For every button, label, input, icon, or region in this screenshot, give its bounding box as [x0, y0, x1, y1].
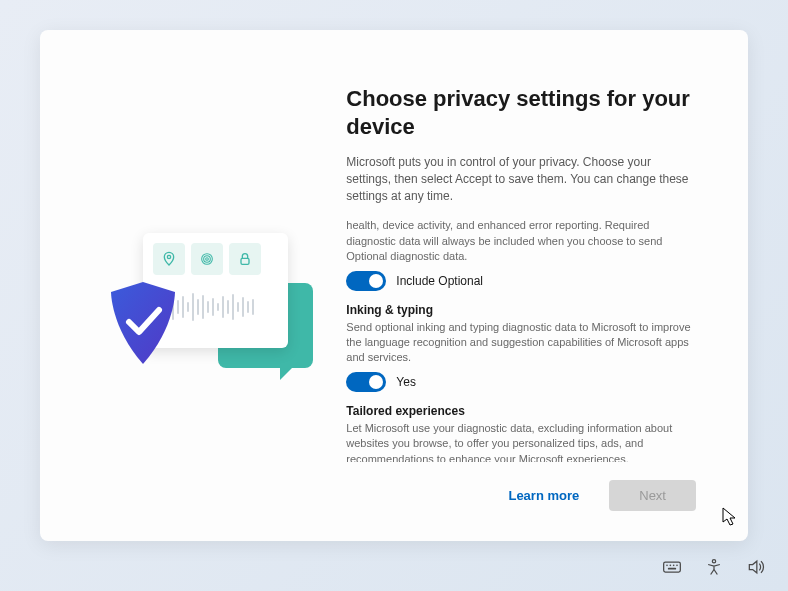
illustration-column — [70, 85, 346, 511]
next-button[interactable]: Next — [609, 480, 696, 511]
inking-typing-section: Inking & typing Send optional inking and… — [346, 303, 698, 392]
footer-actions: Learn more Next — [346, 480, 698, 511]
tailored-experiences-desc: Let Microsoft use your diagnostic data, … — [346, 421, 698, 462]
svg-rect-5 — [664, 562, 681, 572]
shield-checkmark-icon — [103, 278, 183, 368]
diagnostic-data-desc-partial: health, device activity, and enhanced er… — [346, 218, 698, 264]
settings-scroll-area[interactable]: health, device activity, and enhanced er… — [346, 218, 698, 462]
keyboard-icon[interactable] — [662, 557, 682, 577]
volume-icon[interactable] — [746, 557, 766, 577]
svg-point-3 — [206, 258, 209, 261]
page-subtitle: Microsoft puts you in control of your pr… — [346, 154, 698, 204]
accessibility-icon[interactable] — [704, 557, 724, 577]
location-pin-icon — [153, 243, 185, 275]
content-column: Choose privacy settings for your device … — [346, 85, 698, 511]
lock-icon — [229, 243, 261, 275]
inking-typing-toggle[interactable] — [346, 372, 386, 392]
fingerprint-icon — [191, 243, 223, 275]
inking-typing-title: Inking & typing — [346, 303, 698, 317]
system-tray — [662, 557, 766, 577]
tailored-experiences-title: Tailored experiences — [346, 404, 698, 418]
svg-point-0 — [167, 255, 170, 258]
inking-typing-desc: Send optional inking and typing diagnost… — [346, 320, 698, 366]
learn-more-link[interactable]: Learn more — [508, 488, 579, 503]
privacy-illustration — [103, 218, 313, 418]
diagnostic-data-toggle-label: Include Optional — [396, 274, 483, 288]
svg-point-11 — [712, 560, 715, 563]
tailored-experiences-section: Tailored experiences Let Microsoft use y… — [346, 404, 698, 462]
svg-rect-4 — [241, 258, 249, 264]
page-title: Choose privacy settings for your device — [346, 85, 698, 140]
diagnostic-data-toggle[interactable] — [346, 271, 386, 291]
inking-typing-toggle-label: Yes — [396, 375, 416, 389]
oobe-panel: Choose privacy settings for your device … — [40, 30, 748, 541]
svg-point-2 — [204, 256, 211, 263]
